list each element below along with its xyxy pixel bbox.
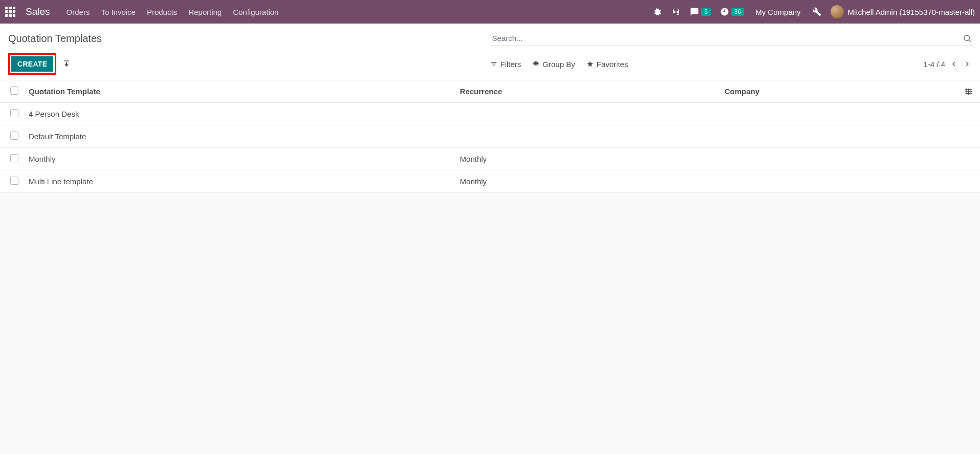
templates-table: Quotation Template Recurrence Company 4 … — [0, 80, 980, 193]
pager-text[interactable]: 1-4 / 4 — [923, 60, 945, 69]
cell-recurrence: Monthly — [455, 170, 720, 193]
cp-bottom: CREATE Filters Group By — [8, 53, 972, 75]
svg-point-0 — [964, 35, 970, 41]
pager-prev[interactable] — [949, 59, 959, 69]
nav-item-products[interactable]: Products — [145, 8, 179, 16]
support-icon[interactable] — [671, 7, 681, 16]
col-header-recurrence[interactable]: Recurrence — [455, 80, 720, 103]
nav-item-reporting[interactable]: Reporting — [186, 8, 224, 16]
control-panel: Quotation Templates CREATE Filters — [0, 24, 980, 80]
table-row[interactable]: 4 Person Desk — [0, 103, 980, 125]
list-view: Quotation Template Recurrence Company 4 … — [0, 80, 980, 193]
row-checkbox[interactable] — [10, 177, 18, 185]
cell-recurrence — [455, 103, 720, 125]
svg-rect-6 — [965, 91, 972, 92]
nav-item-configuration[interactable]: Configuration — [231, 8, 280, 16]
cell-company — [720, 170, 960, 193]
page-title: Quotation Templates — [8, 33, 102, 45]
favorites-label: Favorites — [597, 60, 628, 69]
svg-rect-5 — [965, 89, 972, 90]
top-navbar: Sales Orders To Invoice Products Reporti… — [0, 0, 980, 24]
topnav-right: 5 36 My Company Mitchell Admin (19155370… — [653, 5, 975, 18]
tools-icon[interactable] — [812, 7, 821, 16]
col-header-name[interactable]: Quotation Template — [24, 80, 455, 103]
pager-next[interactable] — [963, 59, 972, 69]
groupby-label: Group By — [542, 60, 575, 69]
layers-icon — [532, 60, 539, 68]
cell-name: 4 Person Desk — [24, 103, 455, 125]
topnav-left: Sales Orders To Invoice Products Reporti… — [5, 6, 280, 17]
row-checkbox[interactable] — [10, 132, 18, 140]
cell-name: Monthly — [24, 148, 455, 170]
download-icon[interactable] — [62, 60, 71, 68]
cp-right: 1-4 / 4 — [923, 59, 972, 69]
cell-recurrence: Monthly — [455, 148, 720, 170]
nav-item-to-invoice[interactable]: To Invoice — [99, 8, 138, 16]
search-wrap — [490, 31, 972, 46]
table-row[interactable]: Monthly Monthly — [0, 148, 980, 170]
user-menu[interactable]: Mitchell Admin (19155370-master-all) — [831, 5, 975, 18]
activity-icon[interactable]: 36 — [720, 7, 744, 16]
create-button[interactable]: CREATE — [11, 56, 53, 72]
groupby-button[interactable]: Group By — [532, 59, 575, 69]
svg-line-1 — [969, 40, 970, 41]
table-row[interactable]: Multi Line template Monthly — [0, 170, 980, 193]
optional-columns-toggle-icon[interactable] — [965, 88, 973, 96]
cell-name: Multi Line template — [24, 170, 455, 193]
app-brand[interactable]: Sales — [26, 6, 50, 17]
star-icon — [586, 60, 594, 68]
filter-icon — [490, 60, 497, 68]
cell-name: Default Template — [24, 125, 455, 148]
select-all-checkbox[interactable] — [10, 87, 18, 95]
cell-company — [720, 125, 960, 148]
row-checkbox[interactable] — [10, 109, 18, 117]
filters-label: Filters — [500, 60, 521, 69]
nav-item-orders[interactable]: Orders — [64, 8, 92, 16]
cell-company — [720, 148, 960, 170]
pager: 1-4 / 4 — [923, 59, 972, 69]
cell-recurrence — [455, 125, 720, 148]
activity-badge: 36 — [731, 8, 744, 16]
favorites-button[interactable]: Favorites — [586, 59, 628, 69]
avatar-icon — [831, 5, 844, 18]
cp-left: CREATE — [8, 53, 71, 75]
debug-icon[interactable] — [653, 7, 662, 16]
cp-top: Quotation Templates — [8, 31, 972, 46]
apps-launcher-icon[interactable] — [5, 7, 15, 17]
cell-company — [720, 103, 960, 125]
create-highlight-box: CREATE — [8, 53, 56, 75]
row-checkbox[interactable] — [10, 154, 18, 162]
search-icon[interactable] — [963, 34, 972, 43]
user-name: Mitchell Admin (19155370-master-all) — [848, 8, 975, 16]
company-switcher[interactable]: My Company — [753, 8, 802, 16]
cp-center: Filters Group By Favorites 1-4 / 4 — [490, 59, 972, 69]
messaging-badge: 5 — [701, 8, 711, 16]
messaging-icon[interactable]: 5 — [690, 7, 711, 16]
svg-rect-7 — [965, 93, 972, 94]
table-row[interactable]: Default Template — [0, 125, 980, 148]
col-header-company[interactable]: Company — [720, 80, 960, 103]
table-header-row: Quotation Template Recurrence Company — [0, 80, 980, 103]
search-input[interactable] — [490, 31, 963, 46]
filters-button[interactable]: Filters — [490, 59, 521, 69]
